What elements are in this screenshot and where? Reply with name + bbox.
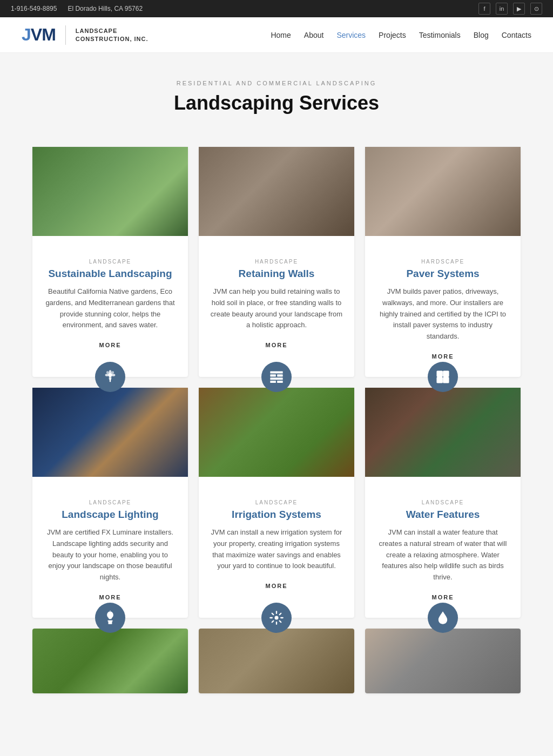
logo: JVM LANDSCAPECONSTRUCTION, INC. [22, 25, 149, 45]
hero-section: RESIDENTIAL AND COMMERCIAL LANDSCAPING L… [0, 53, 553, 131]
nav-blog[interactable]: Blog [474, 31, 489, 39]
social-icons: f in ▶ ⊙ [478, 3, 542, 15]
card-category-5: LANDSCAPE [376, 500, 510, 505]
nav-projects[interactable]: Projects [379, 31, 406, 39]
svg-rect-12 [270, 381, 276, 383]
nav-about[interactable]: About [304, 31, 324, 39]
card-title-0: Sustainable Landscaping [43, 268, 177, 280]
hero-title: Landscaping Services [11, 92, 542, 114]
card-category-4: LANDSCAPE [210, 500, 343, 505]
svg-rect-18 [107, 620, 112, 622]
svg-rect-11 [270, 377, 282, 380]
service-card-5: LANDSCAPE Water Features JVM can install… [365, 388, 521, 618]
partial-card-image-2 [365, 629, 521, 693]
top-bar-contact: 1-916-549-8895 El Dorado Hills, CA 95762 [11, 5, 143, 12]
svg-rect-17 [443, 377, 448, 382]
card-body-0: LANDSCAPE Sustainable Landscaping Beauti… [32, 236, 188, 355]
main-nav: Home About Services Projects Testimonial… [271, 31, 531, 39]
card-desc-5: JVM can install a water feature that cre… [376, 527, 510, 583]
card-image-1 [199, 147, 354, 236]
partial-card-image-0 [32, 629, 188, 693]
card-category-1: HARDSCAPE [210, 259, 343, 265]
card-icon-5 [428, 603, 458, 633]
service-card-2: HARDSCAPE Paver Systems JVM builds paver… [365, 147, 521, 377]
top-bar: 1-916-549-8895 El Dorado Hills, CA 95762… [0, 0, 553, 17]
hero-subtitle: RESIDENTIAL AND COMMERCIAL LANDSCAPING [11, 80, 542, 86]
card-desc-2: JVM builds paver patios, driveways, walk… [376, 286, 510, 342]
svg-rect-10 [277, 374, 282, 376]
card-category-0: LANDSCAPE [43, 259, 177, 265]
card-title-2: Paver Systems [376, 268, 510, 280]
service-card-1: HARDSCAPE Retaining Walls JVM can help y… [199, 147, 354, 377]
partial-card-2 [365, 629, 521, 693]
svg-rect-8 [270, 371, 282, 373]
linkedin-icon[interactable]: in [496, 3, 508, 15]
card-more-1[interactable]: MORE [266, 342, 288, 348]
card-more-0[interactable]: MORE [99, 342, 122, 348]
nav-contacts[interactable]: Contacts [502, 31, 531, 39]
card-more-5[interactable]: MORE [432, 594, 454, 600]
svg-rect-19 [109, 622, 112, 624]
svg-line-27 [280, 621, 281, 623]
card-body-5: LANDSCAPE Water Features JVM can install… [365, 477, 521, 607]
services-section: LANDSCAPE Sustainable Landscaping Beauti… [0, 131, 553, 715]
header: JVM LANDSCAPECONSTRUCTION, INC. Home Abo… [0, 17, 553, 53]
card-title-4: Irrigation Systems [210, 509, 343, 521]
svg-rect-14 [437, 371, 442, 376]
svg-line-26 [272, 613, 274, 615]
location: El Dorado Hills, CA 95762 [68, 5, 143, 12]
svg-line-28 [272, 621, 274, 623]
logo-divider [65, 25, 66, 45]
card-image-3 [32, 388, 188, 477]
card-more-3[interactable]: MORE [99, 594, 122, 600]
card-title-5: Water Features [376, 509, 510, 521]
facebook-icon[interactable]: f [478, 3, 490, 15]
nav-testimonials[interactable]: Testimonials [419, 31, 461, 39]
card-icon-3 [95, 603, 125, 633]
nav-services[interactable]: Services [336, 31, 366, 39]
svg-rect-13 [277, 381, 282, 383]
card-image-0 [32, 147, 188, 236]
card-more-2[interactable]: MORE [432, 353, 454, 360]
card-icon-1 [261, 362, 292, 392]
card-body-4: LANDSCAPE Irrigation Systems JVM can ins… [199, 477, 354, 596]
card-icon-4 [261, 603, 292, 633]
services-row-1: LANDSCAPE Sustainable Landscaping Beauti… [32, 147, 521, 377]
card-image-5 [365, 388, 521, 477]
partial-row [32, 629, 521, 693]
partial-card-image-1 [199, 629, 354, 693]
card-body-1: HARDSCAPE Retaining Walls JVM can help y… [199, 236, 354, 355]
card-category-3: LANDSCAPE [43, 500, 177, 505]
card-desc-4: JVM can install a new irrigation system … [210, 527, 343, 572]
svg-rect-16 [437, 377, 442, 382]
card-body-3: LANDSCAPE Landscape Lighting JVM are cer… [32, 477, 188, 607]
svg-line-29 [280, 613, 281, 615]
card-desc-1: JVM can help you build retaining walls t… [210, 286, 343, 331]
instagram-icon[interactable]: ⊙ [530, 3, 542, 15]
youtube-icon[interactable]: ▶ [513, 3, 525, 15]
nav-home[interactable]: Home [271, 31, 291, 39]
svg-point-21 [275, 616, 279, 619]
service-card-3: LANDSCAPE Landscape Lighting JVM are cer… [32, 388, 188, 618]
card-image-2 [365, 147, 521, 236]
partial-card-0 [32, 629, 188, 693]
card-more-4[interactable]: MORE [266, 583, 288, 589]
svg-rect-15 [443, 371, 448, 376]
logo-text: LANDSCAPECONSTRUCTION, INC. [76, 27, 149, 43]
service-card-0: LANDSCAPE Sustainable Landscaping Beauti… [32, 147, 188, 377]
card-icon-2 [428, 362, 458, 392]
service-card-4: LANDSCAPE Irrigation Systems JVM can ins… [199, 388, 354, 618]
services-row-2: LANDSCAPE Landscape Lighting JVM are cer… [32, 388, 521, 618]
card-body-2: HARDSCAPE Paver Systems JVM builds paver… [365, 236, 521, 366]
svg-rect-9 [270, 374, 276, 376]
card-desc-0: Beautiful California Native gardens, Eco… [43, 286, 177, 331]
card-category-2: HARDSCAPE [376, 259, 510, 265]
card-desc-3: JVM are certified FX Luminare installers… [43, 527, 177, 583]
card-image-4 [199, 388, 354, 477]
card-title-3: Landscape Lighting [43, 509, 177, 521]
svg-rect-7 [110, 378, 111, 382]
logo-jvm: JVM [22, 25, 56, 45]
partial-card-1 [199, 629, 354, 693]
phone-number: 1-916-549-8895 [11, 5, 57, 12]
card-title-1: Retaining Walls [210, 268, 343, 280]
